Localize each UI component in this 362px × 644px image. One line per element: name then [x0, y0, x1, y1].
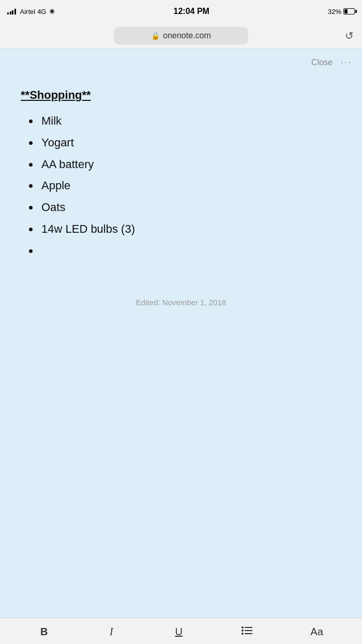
- shopping-list: Milk Yogart AA battery Apple Oats 14w LE…: [21, 110, 341, 262]
- close-button[interactable]: Close: [311, 58, 333, 67]
- address-bar: 🔒 onenote.com ↺: [0, 23, 362, 49]
- list-item: Apple: [39, 175, 341, 197]
- url-pill[interactable]: 🔒 onenote.com: [114, 27, 248, 44]
- svg-point-4: [242, 633, 244, 635]
- note-container: Close ··· **Shopping** Milk Yogart AA ba…: [0, 49, 362, 618]
- list-item-empty: [39, 240, 341, 262]
- format-toolbar: B I U Aa: [0, 618, 362, 644]
- svg-point-0: [242, 626, 244, 628]
- network-activity-icon: ✳︎: [49, 8, 55, 16]
- note-title: **Shopping**: [21, 88, 341, 102]
- list-item: Milk: [39, 110, 341, 132]
- url-text: onenote.com: [163, 31, 211, 40]
- list-item: 14w LED bulbs (3): [39, 218, 341, 240]
- list-button[interactable]: [236, 621, 259, 643]
- status-right: 32%: [328, 8, 355, 16]
- signal-bars-icon: [7, 8, 16, 14]
- bold-button[interactable]: B: [34, 622, 54, 642]
- list-icon: [241, 625, 253, 636]
- note-content: **Shopping** Milk Yogart AA battery Appl…: [0, 73, 362, 282]
- list-item: Yogart: [39, 132, 341, 154]
- svg-point-2: [242, 630, 244, 632]
- lock-icon: 🔒: [151, 32, 160, 40]
- edited-info: Edited: November 1, 2018: [0, 282, 362, 315]
- status-bar: Airtel 4G ✳︎ 12:04 PM 32%: [0, 0, 362, 23]
- title-asterisks-left: **: [21, 88, 29, 101]
- carrier-label: Airtel: [20, 8, 36, 16]
- title-asterisks-right: **: [82, 88, 91, 101]
- font-size-button[interactable]: Aa: [305, 622, 328, 642]
- battery-percent: 32%: [328, 8, 341, 16]
- italic-button[interactable]: I: [101, 622, 122, 642]
- battery-fill: [344, 9, 348, 13]
- reload-button[interactable]: ↺: [345, 29, 354, 42]
- more-options-button[interactable]: ···: [341, 57, 352, 68]
- battery-icon: [343, 8, 355, 14]
- note-topbar: Close ···: [0, 57, 362, 73]
- title-text: Shopping: [29, 88, 82, 101]
- list-item: Oats: [39, 197, 341, 218]
- list-item: AA battery: [39, 154, 341, 175]
- network-type-label: 4G: [37, 8, 46, 16]
- time-display: 12:04 PM: [174, 7, 209, 16]
- status-left: Airtel 4G ✳︎: [7, 8, 55, 16]
- underline-button[interactable]: U: [169, 622, 189, 642]
